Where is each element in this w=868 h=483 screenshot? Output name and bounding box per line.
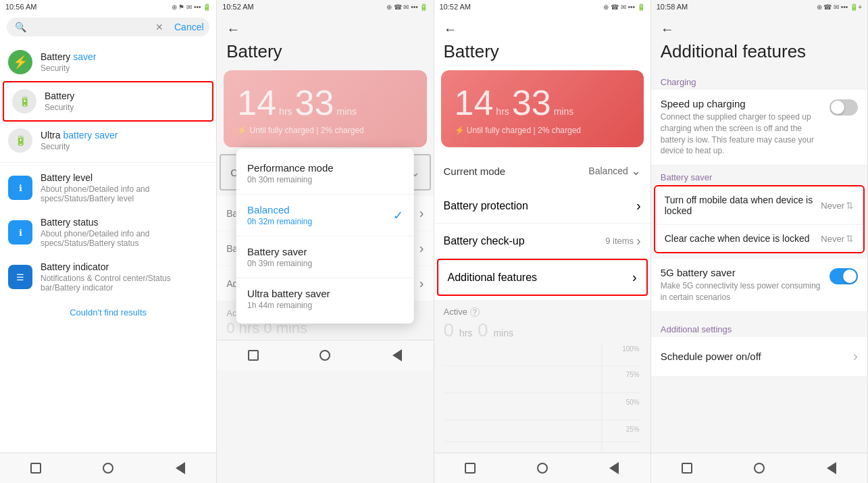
status-time-p2: 10:52 AM (222, 3, 253, 11)
cancel-button[interactable]: Cancel (174, 22, 204, 32)
nav-home-p2[interactable] (317, 347, 333, 363)
dropdown-ultra-saver-title: Ultra battery saver (247, 288, 330, 299)
result-battery-saver[interactable]: ⚡ Battery saver Security (0, 43, 216, 81)
bottom-nav-p1 (0, 453, 216, 483)
nav-home-p4[interactable] (751, 460, 767, 476)
nav-square-p1[interactable] (28, 460, 44, 476)
status-bar-p1: 10:56 AM ⊕ ⚑ ✉ ••• 🔋 (0, 0, 216, 14)
page-title-p4: Additional features (651, 41, 867, 70)
status-bar-p2: 10:52 AM ⊕ ☎ ✉ ••• 🔋 (217, 0, 433, 14)
battery-mins-label-p2: mins (336, 106, 357, 117)
status-bar-p3: 10:52 AM ⊕ ☎ ✉ ••• 🔋 (434, 0, 650, 14)
dropdown-battery-saver-title: Battery saver (247, 246, 312, 257)
battery-checkup-count-p3: 9 items (605, 233, 641, 249)
battery-subtitle-p3: ⚡ Until fully charged | 2% charged (455, 126, 630, 135)
5g-battery-saver-text: 5G battery saver Make 5G connectivity le… (661, 267, 829, 303)
back-button-p3[interactable]: ← (434, 14, 650, 41)
result-title-ultra: Ultra battery saver (41, 130, 208, 141)
arrow-right-icon-schedule (853, 348, 858, 365)
mobile-data-row[interactable]: Turn off mobile data when device is lock… (655, 186, 863, 225)
nav-home-p1[interactable] (100, 460, 116, 476)
dropdown-balanced[interactable]: Balanced 0h 32m remaining ✓ (236, 195, 414, 236)
battery-card-p2: 14 hrs 33 mins ⚡ Until fully charged | 2… (224, 70, 426, 147)
additional-features-row-p3[interactable]: Additional features (437, 259, 648, 296)
chevron-right-icon-p3b (636, 233, 641, 249)
dropdown-ultra-saver[interactable]: Ultra battery saver 1h 44m remaining (236, 278, 414, 320)
status-bar-p4: 10:58 AM ⊕ ☎ ✉ ••• 🔋+ (651, 0, 867, 14)
search-icon: 🔍 (15, 22, 26, 32)
speed-up-charging-row: Speed up charging Connect the supplied c… (651, 90, 867, 166)
status-time-p1: 10:56 AM (5, 3, 36, 11)
nav-square-p4[interactable] (679, 460, 695, 476)
result-title-battery-level: Battery level (41, 172, 208, 183)
result-icon-battery-status: ℹ (8, 220, 32, 245)
status-icons-p4: ⊕ ☎ ✉ ••• 🔋+ (817, 3, 862, 11)
result-text-battery-status: Battery status About phone/Detailed info… (41, 217, 208, 248)
status-icons-p2: ⊕ ☎ ✉ ••• 🔋 (386, 3, 428, 11)
search-bar[interactable]: 🔍 battery saver ✕ Cancel (7, 18, 209, 36)
battery-hrs-label-p2: hrs (279, 106, 292, 117)
result-icon-battery-indicator: ☰ (8, 265, 32, 289)
result-title-battery-status: Battery status (41, 217, 208, 228)
5g-battery-saver-toggle[interactable] (829, 268, 858, 284)
up-down-icon-mobile (846, 200, 854, 211)
active-time-p3: 0 hrs 0 mins (444, 320, 641, 341)
chevron-right-icon-p2a (419, 205, 424, 221)
back-button-p4[interactable]: ← (651, 14, 867, 41)
battery-checkup-row-p3[interactable]: Battery check-up 9 items (434, 224, 650, 259)
nav-square-p2[interactable] (245, 347, 261, 363)
page-title-p2: Battery (217, 41, 433, 70)
mobile-data-label: Turn off mobile data when device is lock… (665, 195, 821, 216)
graph-label-50-p3: 50% (626, 399, 640, 406)
speed-up-charging-text: Speed up charging Connect the supplied c… (661, 98, 829, 157)
dropdown-battery-saver[interactable]: Battery saver 0h 39m remaining (236, 236, 414, 278)
battery-saver-settings: Turn off mobile data when device is lock… (654, 185, 865, 253)
nav-back-p4[interactable] (823, 460, 840, 476)
chevron-right-icon-p3a (636, 198, 641, 213)
result-subtitle-battery-status: About phone/Detailed info and specs/Stat… (41, 229, 208, 248)
search-results-list: ⚡ Battery saver Security 🔋 Battery Secur… (0, 41, 216, 453)
additional-features-label-p3: Additional features (448, 272, 538, 284)
result-ultra-battery-saver[interactable]: 🔋 Ultra battery saver Security (0, 122, 216, 159)
result-subtitle-battery-indicator: Notifications & Control center/Status ba… (41, 274, 208, 293)
graph-label-100-p3: 100% (622, 345, 640, 353)
current-mode-value-p3: Balanced (588, 163, 640, 178)
clear-cache-row[interactable]: Clear cache when device is locked Never (655, 225, 863, 252)
nav-back-p1[interactable] (172, 460, 188, 476)
battery-protection-row-p3[interactable]: Battery protection (434, 188, 650, 224)
result-battery-status[interactable]: ℹ Battery status About phone/Detailed in… (0, 210, 216, 255)
speed-up-charging-title: Speed up charging (661, 98, 823, 109)
toggle-knob-5g (843, 270, 857, 283)
battery-protection-label-p3: Battery protection (444, 200, 528, 212)
nav-square-p3[interactable] (462, 460, 478, 476)
back-button-p2[interactable]: ← (217, 14, 433, 41)
speed-up-charging-toggle[interactable] (829, 99, 858, 116)
result-subtitle-battery-level: About phone/Detailed info and specs/Stat… (41, 184, 208, 203)
clear-icon[interactable]: ✕ (155, 22, 163, 32)
nav-back-p3[interactable] (606, 460, 622, 476)
5g-battery-saver-desc: Make 5G connectivity less power consumin… (661, 280, 823, 303)
nav-back-p2[interactable] (389, 347, 405, 363)
clear-cache-value: Never (821, 233, 854, 244)
dropdown-performance[interactable]: Performance mode 0h 30m remaining (236, 153, 414, 195)
result-title-battery: Battery (45, 91, 204, 101)
result-subtitle-battery-saver: Security (41, 63, 208, 73)
chevron-down-icon-p3 (631, 163, 641, 178)
status-time-p4: 10:58 AM (657, 3, 688, 11)
nav-home-p3[interactable] (534, 460, 551, 476)
no-results-text: Couldn't find results (0, 299, 216, 326)
result-battery-level[interactable]: ℹ Battery level About phone/Detailed inf… (0, 166, 216, 210)
panel-battery-dropdown: 10:52 AM ⊕ ☎ ✉ ••• 🔋 ← Battery 14 hrs 33… (217, 0, 434, 483)
chevron-right-icon-p2b (419, 240, 424, 256)
battery-saver-section-label: Battery saver (651, 166, 867, 185)
search-input[interactable]: battery saver (32, 22, 150, 32)
p4-empty-area (651, 377, 867, 453)
up-down-icon-cache (846, 233, 854, 244)
panel-search: 10:56 AM ⊕ ⚑ ✉ ••• 🔋 🔍 battery saver ✕ C… (0, 0, 217, 483)
bottom-nav-p2 (217, 340, 433, 370)
battery-mins-p2: 33 (295, 82, 334, 123)
current-mode-row-p3[interactable]: Current mode Balanced (434, 154, 650, 188)
schedule-power-row[interactable]: Schedule power on/off (651, 337, 867, 377)
result-battery-indicator[interactable]: ☰ Battery indicator Notifications & Cont… (0, 255, 216, 299)
result-battery[interactable]: 🔋 Battery Security (3, 81, 213, 122)
